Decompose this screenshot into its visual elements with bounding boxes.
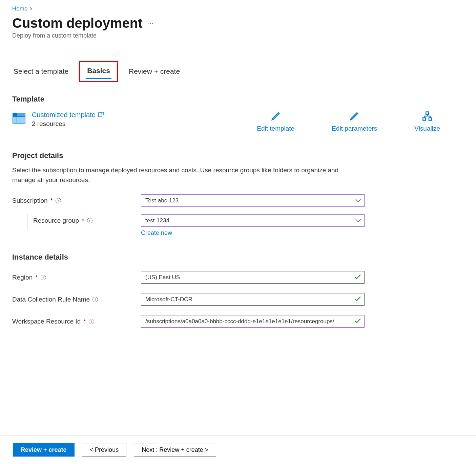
- dcr-name-input[interactable]: Microsoft-CT-DCR: [141, 293, 365, 306]
- template-resources-count: 2 resources: [32, 120, 104, 128]
- tabs: Select a template Basics Review + create: [12, 61, 464, 82]
- edit-template-button[interactable]: Edit template: [257, 111, 294, 132]
- page-subtitle: Deploy from a custom template: [12, 32, 464, 39]
- popout-icon: [98, 111, 104, 119]
- project-details-description: Select the subscription to manage deploy…: [12, 165, 358, 185]
- subscription-dropdown[interactable]: Test-abc-123: [141, 194, 365, 207]
- svg-rect-5: [99, 113, 102, 117]
- check-icon: [355, 318, 361, 325]
- svg-rect-8: [429, 118, 432, 120]
- subscription-label: Subscription: [12, 197, 48, 204]
- resource-group-value: test-1234: [145, 217, 169, 224]
- required-indicator: *: [83, 318, 86, 325]
- edit-parameters-label: Edit parameters: [332, 125, 377, 132]
- svg-rect-4: [17, 113, 25, 116]
- workspace-id-value: /subscriptions/a0a0a0a0-bbbb-cccc-dddd-e…: [145, 318, 334, 325]
- region-value: (US) East US: [145, 274, 180, 281]
- chevron-down-icon: [355, 197, 361, 204]
- tab-review-create[interactable]: Review + create: [127, 65, 181, 78]
- instance-details-title: Instance details: [12, 253, 464, 262]
- page-title: Custom deployment: [12, 16, 142, 31]
- tab-select-template[interactable]: Select a template: [12, 65, 70, 78]
- svg-rect-6: [426, 112, 429, 115]
- visualize-label: Visualize: [414, 125, 440, 132]
- info-icon[interactable]: i: [92, 297, 98, 302]
- breadcrumb: Home: [12, 5, 464, 12]
- breadcrumb-home[interactable]: Home: [12, 5, 27, 12]
- tab-basics[interactable]: Basics: [86, 64, 111, 78]
- more-actions-button[interactable]: ···: [147, 19, 154, 27]
- region-dropdown[interactable]: (US) East US: [141, 271, 365, 284]
- workspace-id-input[interactable]: /subscriptions/a0a0a0a0-bbbb-cccc-dddd-e…: [141, 315, 365, 328]
- edit-parameters-button[interactable]: Edit parameters: [332, 111, 377, 132]
- dcr-name-label: Data Collection Rule Name: [12, 296, 90, 303]
- create-new-link[interactable]: Create new: [141, 229, 172, 236]
- review-create-button[interactable]: Review + create: [13, 443, 75, 457]
- chevron-down-icon: [355, 217, 361, 224]
- customized-template-link[interactable]: Customized template: [32, 111, 104, 119]
- subscription-value: Test-abc-123: [145, 197, 179, 204]
- chevron-right-icon: [29, 5, 33, 12]
- edit-icon: [349, 111, 359, 123]
- template-section-title: Template: [12, 95, 464, 104]
- hierarchy-icon: [422, 111, 432, 123]
- required-indicator: *: [82, 217, 84, 224]
- required-indicator: *: [35, 274, 38, 281]
- customized-template-label: Customized template: [32, 111, 96, 119]
- previous-button[interactable]: < Previous: [82, 443, 127, 457]
- info-icon[interactable]: i: [89, 319, 94, 324]
- tab-basics-highlight-box: Basics: [79, 61, 118, 82]
- info-icon[interactable]: i: [41, 275, 46, 280]
- svg-rect-7: [423, 118, 426, 120]
- project-details-title: Project details: [12, 151, 464, 160]
- resource-group-dropdown[interactable]: test-1234: [141, 214, 365, 227]
- next-button[interactable]: Next : Review + create >: [134, 443, 216, 457]
- info-icon[interactable]: i: [87, 218, 92, 223]
- edit-icon: [271, 111, 281, 123]
- edit-template-label: Edit template: [257, 125, 294, 132]
- template-icon: [12, 111, 26, 126]
- dcr-name-value: Microsoft-CT-DCR: [145, 296, 192, 303]
- required-indicator: *: [50, 197, 53, 204]
- tree-connector-line: [27, 214, 44, 229]
- footer: Review + create < Previous Next : Review…: [0, 435, 476, 464]
- visualize-button[interactable]: Visualize: [414, 111, 440, 132]
- region-label: Region: [12, 274, 33, 281]
- check-icon: [355, 274, 361, 281]
- check-icon: [355, 296, 361, 303]
- workspace-id-label: Workspace Resource Id: [12, 318, 81, 325]
- info-icon[interactable]: i: [56, 198, 61, 203]
- svg-rect-3: [13, 113, 17, 116]
